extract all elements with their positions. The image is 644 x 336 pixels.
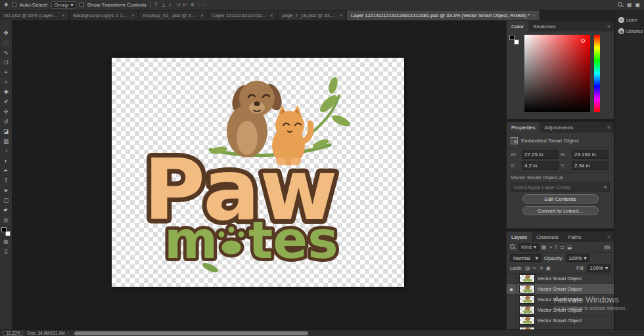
- panel-menu-icon[interactable]: ≡: [604, 24, 614, 30]
- background-color-swatch[interactable]: [514, 39, 519, 45]
- blend-mode-dropdown[interactable]: Normal ▾: [510, 254, 541, 262]
- close-icon[interactable]: ×: [270, 12, 273, 18]
- document-tab-1[interactable]: M1.psd @ 50% (Layer 5, R... ×: [0, 10, 70, 20]
- shape-filter-icon[interactable]: ▭: [560, 244, 564, 250]
- history-brush-tool[interactable]: ↺: [0, 116, 12, 126]
- quick-selection-tool[interactable]: ❍: [0, 57, 12, 67]
- pen-tool[interactable]: ✒: [0, 165, 12, 175]
- show-transform-checkbox[interactable]: [80, 3, 84, 7]
- more-options-icon[interactable]: ⋯: [202, 2, 207, 8]
- fill-field[interactable]: 100% ▾: [587, 264, 610, 272]
- arrange-documents-icon[interactable]: ▣: [635, 2, 640, 8]
- edit-contents-button[interactable]: Edit Contents: [522, 194, 599, 203]
- document-tab-2[interactable]: Background copy1 1 1 1 4.psb ×: [70, 10, 139, 20]
- clone-stamp-tool[interactable]: ✣: [0, 106, 12, 116]
- hue-slider[interactable]: [594, 35, 600, 112]
- tab-layers[interactable]: Layers: [507, 232, 532, 242]
- tab-adjustments[interactable]: Adjustments: [540, 122, 578, 133]
- align-right-icon[interactable]: ⊦: [170, 2, 172, 8]
- visibility-toggle[interactable]: ◉: [507, 284, 517, 295]
- auto-select-target-dropdown[interactable]: Group ▾: [51, 1, 76, 9]
- lasso-tool[interactable]: ∿: [0, 47, 12, 57]
- layer-thumbnail[interactable]: [519, 316, 535, 325]
- align-middle-icon[interactable]: ⊢: [183, 2, 188, 8]
- pixel-filter-icon[interactable]: ▦: [541, 244, 546, 250]
- visibility-toggle[interactable]: [507, 305, 517, 316]
- rectangular-marquee-tool[interactable]: ⬚: [0, 37, 12, 47]
- document-tab-active[interactable]: Layer 122141112131126311312381.psb @ 33.…: [347, 10, 540, 20]
- document-tab-4[interactable]: Layer 15111132111411152.psb... ×: [208, 10, 278, 20]
- horizontal-scrollbar-thumb[interactable]: [74, 331, 308, 335]
- healing-brush-tool[interactable]: ✚: [0, 87, 12, 96]
- tab-channels[interactable]: Channels: [532, 232, 563, 242]
- type-filter-icon[interactable]: T: [555, 244, 558, 250]
- foreground-color-swatch[interactable]: [509, 35, 515, 40]
- layer-row-selected[interactable]: ◉ Vector Smart Object: [507, 284, 614, 295]
- color-cursor[interactable]: [581, 39, 585, 43]
- move-tool[interactable]: ✥: [0, 28, 12, 37]
- close-icon[interactable]: ×: [131, 12, 135, 18]
- y-field[interactable]: 2.94 in: [572, 161, 609, 170]
- crop-tool[interactable]: ⌗: [0, 67, 12, 77]
- filter-toggle[interactable]: [604, 245, 610, 249]
- width-field[interactable]: 27.25 in: [522, 150, 559, 159]
- close-icon[interactable]: ×: [62, 12, 65, 18]
- eyedropper-tool[interactable]: ✧: [0, 77, 12, 87]
- dodge-tool[interactable]: ◐: [0, 156, 12, 165]
- layer-thumbnail[interactable]: [519, 295, 535, 304]
- smart-object-filter-icon[interactable]: ⬓: [567, 244, 572, 250]
- convert-to-linked-button[interactable]: Convert to Linked...: [522, 206, 599, 215]
- eraser-tool[interactable]: ◪: [0, 126, 12, 136]
- lock-transparency-icon[interactable]: ▨: [525, 265, 530, 271]
- screen-mode-tool[interactable]: ▯: [0, 246, 12, 256]
- tab-color[interactable]: Color: [507, 21, 528, 32]
- edit-toolbar-icon[interactable]: ⋯: [0, 21, 12, 28]
- color-spectrum-field[interactable]: [524, 35, 590, 112]
- learn-panel-button[interactable]: ? Learn: [615, 17, 644, 23]
- gradient-tool[interactable]: ▨: [0, 136, 12, 146]
- brush-tool[interactable]: ✐: [0, 96, 12, 106]
- blur-tool[interactable]: ◔: [0, 146, 12, 156]
- lock-position-icon[interactable]: ✛: [540, 265, 543, 271]
- align-bottom-icon[interactable]: ≡: [191, 2, 195, 8]
- filter-kind-dropdown[interactable]: Kind ▾: [518, 243, 539, 251]
- panel-menu-icon[interactable]: ≡: [604, 234, 614, 240]
- close-icon[interactable]: ×: [340, 12, 343, 18]
- document-canvas[interactable]: Paw m tes: [112, 58, 404, 287]
- lock-pixels-icon[interactable]: ✑: [532, 265, 536, 271]
- layer-thumbnail[interactable]: [519, 274, 535, 283]
- document-tab-3[interactable]: mockup_92_.psd @ 36.7% (L... ×: [139, 10, 208, 20]
- tab-properties[interactable]: Properties: [507, 122, 540, 133]
- layer-thumbnail[interactable]: [519, 285, 535, 293]
- close-icon[interactable]: ×: [532, 12, 536, 18]
- x-field[interactable]: 4.2 in: [522, 161, 559, 170]
- layer-comp-dropdown[interactable]: Don't Apply Layer Comp ▾: [511, 182, 610, 192]
- layer-row[interactable]: Vector Smart Object: [507, 295, 614, 305]
- lock-all-icon[interactable]: ▣: [546, 265, 551, 271]
- foreground-color-swatch[interactable]: [1, 227, 7, 232]
- layer-row[interactable]: Vector Smart Object: [507, 305, 614, 316]
- zoom-level-field[interactable]: 33.33%: [3, 331, 23, 336]
- foreground-background-swatches[interactable]: [1, 227, 11, 236]
- visibility-toggle[interactable]: [507, 295, 517, 305]
- color-panel-swatches[interactable]: [509, 35, 519, 45]
- status-caret-icon[interactable]: ›: [68, 331, 69, 335]
- panel-menu-icon[interactable]: ≡: [604, 125, 614, 131]
- layer-row[interactable]: Vector Smart Object: [507, 274, 614, 284]
- path-selection-tool[interactable]: ➤: [0, 185, 12, 195]
- visibility-toggle[interactable]: [507, 316, 517, 326]
- align-top-icon[interactable]: ⊣: [175, 2, 180, 8]
- visibility-toggle[interactable]: [507, 274, 517, 284]
- tab-paths[interactable]: Paths: [563, 232, 586, 242]
- align-center-icon[interactable]: ⊥: [162, 2, 166, 8]
- zoom-tool[interactable]: ◎: [0, 215, 12, 224]
- close-icon[interactable]: ×: [200, 12, 204, 18]
- tab-swatches[interactable]: Swatches: [528, 21, 561, 32]
- search-icon[interactable]: [618, 2, 624, 8]
- height-field[interactable]: 23.194 in: [572, 150, 609, 159]
- type-tool[interactable]: T: [0, 175, 12, 185]
- adjustment-filter-icon[interactable]: ◑: [549, 244, 552, 250]
- libraries-panel-button[interactable]: ▤ Libraries: [615, 28, 644, 34]
- quick-mask-tool[interactable]: ◍: [0, 236, 12, 246]
- layer-thumbnail[interactable]: [519, 306, 535, 314]
